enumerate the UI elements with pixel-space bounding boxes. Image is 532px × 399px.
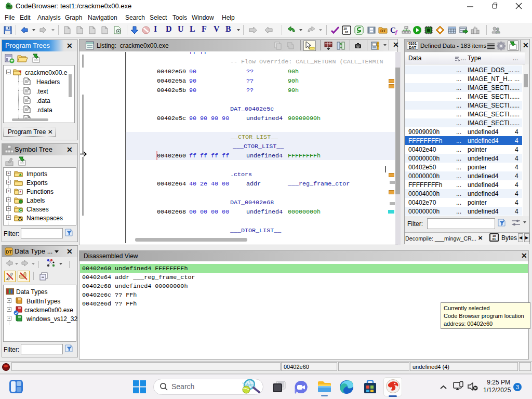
svg-text:01: 01: [345, 31, 349, 34]
svg-text:10: 10: [343, 27, 347, 30]
svg-text:f: f: [395, 29, 398, 35]
svg-text:DT: DT: [6, 249, 12, 255]
svg-text:C: C: [19, 208, 22, 212]
svg-text:{}: {}: [18, 217, 22, 222]
svg-text:DT: DT: [380, 29, 386, 33]
